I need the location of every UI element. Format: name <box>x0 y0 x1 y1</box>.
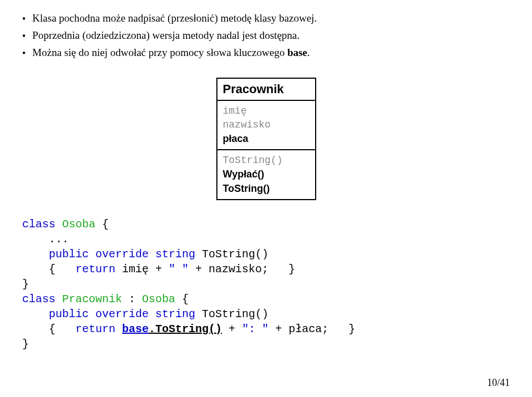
code-brace-close-2: } <box>22 338 29 350</box>
code-return-1: return <box>75 263 115 276</box>
bullet-text-1: Klasa pochodna może nadpisać (przesłonić… <box>32 11 510 26</box>
bullet-item-2: • Poprzednia (odziedziczona) wersja meto… <box>22 28 510 43</box>
uml-attr-imie: imię <box>223 104 310 118</box>
code-brace-open-1: { <box>22 263 75 276</box>
bullet-3-prefix: Można się do niej odwołać przy pomocy sł… <box>32 47 287 58</box>
code-text-1: imię + <box>115 263 169 276</box>
bullet-item-3: • Można się do niej odwołać przy pomocy … <box>22 45 510 60</box>
code-block: class Osoba { ... public override string… <box>22 217 510 352</box>
code-type-osoba: Osoba <box>62 218 95 231</box>
bullet-icon: • <box>22 12 26 26</box>
code-brace-open-2: { <box>22 323 75 335</box>
uml-attr-placa: płaca <box>223 132 310 146</box>
uml-diagram-container: Pracownik imię nazwisko płaca ToString()… <box>22 78 510 200</box>
code-string-2: string <box>155 308 195 320</box>
page-number: 10/41 <box>487 377 510 389</box>
code-public-1: public <box>22 248 89 261</box>
code-tostring-call: ToString() <box>155 323 222 335</box>
code-text-2: + nazwisko; } <box>189 263 295 276</box>
code-dot: . <box>149 323 155 335</box>
code-kw-class-1: class <box>22 218 55 231</box>
code-method-2: ToString() <box>195 308 268 320</box>
code-colon: : <box>122 293 142 306</box>
code-str-1: " " <box>169 263 189 276</box>
code-override-2: override <box>95 308 149 320</box>
uml-attributes: imię nazwisko płaca <box>217 101 315 151</box>
code-type-pracownik: Pracownik <box>62 293 122 306</box>
code-dots: ... <box>22 233 69 246</box>
code-type-osoba-2: Osoba <box>142 293 175 306</box>
code-space <box>115 323 122 335</box>
code-return-2: return <box>75 323 115 335</box>
code-base: base <box>122 323 149 335</box>
bullet-3-bold: base <box>287 47 307 58</box>
code-brace-1: { <box>95 218 109 231</box>
uml-class-title: Pracownik <box>217 79 315 101</box>
uml-method-wyplac: Wypłać() <box>223 167 310 181</box>
code-brace-2: { <box>175 293 189 306</box>
bullet-3-suffix: . <box>307 47 310 58</box>
uml-method-tostring-2: ToString() <box>223 182 310 196</box>
code-string-1: string <box>155 248 195 261</box>
code-public-2: public <box>22 308 89 320</box>
uml-methods: ToString() Wypłać() ToString() <box>217 150 315 199</box>
uml-attr-nazwisko: nazwisko <box>223 118 310 132</box>
code-method-1: ToString() <box>195 248 268 261</box>
bullet-icon: • <box>22 29 26 43</box>
code-text-4: + płaca; } <box>268 323 355 335</box>
bullet-list: • Klasa pochodna może nadpisać (przesłon… <box>22 11 510 61</box>
bullet-text-2: Poprzednia (odziedziczona) wersja metody… <box>32 28 510 43</box>
uml-class-box: Pracownik imię nazwisko płaca ToString()… <box>216 78 316 200</box>
code-str-2: ": " <box>242 323 268 335</box>
bullet-item-1: • Klasa pochodna może nadpisać (przesłon… <box>22 11 510 26</box>
bullet-icon: • <box>22 47 26 60</box>
code-text-3: + <box>222 323 242 335</box>
code-override-1: override <box>95 248 149 261</box>
code-brace-close-1: } <box>22 278 29 291</box>
bullet-text-3: Można się do niej odwołać przy pomocy sł… <box>32 45 510 60</box>
uml-method-tostring-1: ToString() <box>223 154 310 167</box>
code-kw-class-2: class <box>22 293 55 306</box>
